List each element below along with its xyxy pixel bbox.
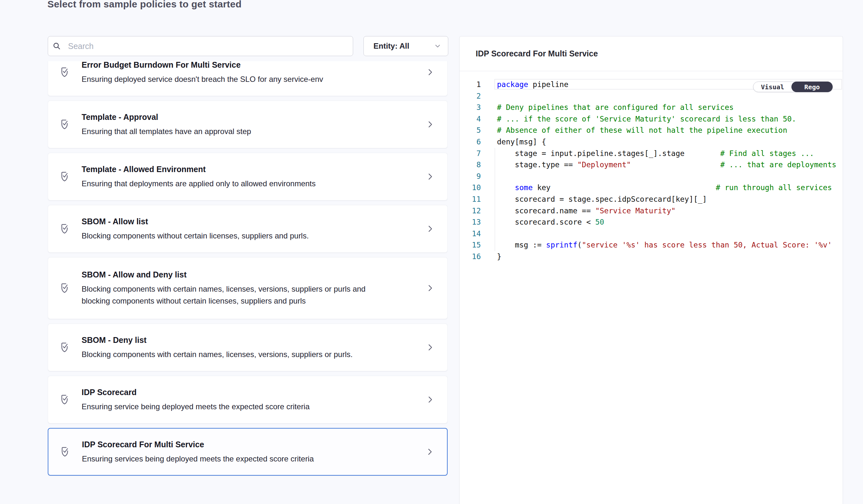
line-number: 11 xyxy=(460,194,481,205)
code-text: scorecard.name == "Service Maturity" xyxy=(481,205,676,217)
line-number: 3 xyxy=(460,102,481,114)
policy-title: SBOM - Allow and Deny list xyxy=(82,269,426,280)
entity-filter-label: Entity: All xyxy=(373,41,434,51)
code-line: 15 msg := sprintf("service '%s' has scor… xyxy=(460,240,843,251)
line-number: 8 xyxy=(460,159,481,171)
code-lines: 1package pipeline23# Deny pipelines that… xyxy=(460,79,843,263)
policy-card-text: SBOM - Allow list Blocking components wi… xyxy=(82,216,426,242)
code-text: scorecard = stage.spec.idpScorecard[key]… xyxy=(481,194,707,205)
policy-card-text: SBOM - Allow and Deny list Blocking comp… xyxy=(82,269,426,307)
code-text: stage = input.pipeline.stages[_].stage #… xyxy=(481,148,814,159)
code-line: 3# Deny pipelines that are configured fo… xyxy=(460,102,843,114)
shield-check-icon xyxy=(60,393,69,406)
code-text: msg := sprintf("service '%s' has score l… xyxy=(481,240,832,251)
policy-title: SBOM - Allow list xyxy=(82,216,426,227)
policy-card-text: IDP Scorecard For Multi Service Ensuring… xyxy=(82,439,426,465)
policy-card[interactable]: Error Budget Burndown For Multi Service … xyxy=(48,61,448,96)
policy-title: SBOM - Deny list xyxy=(82,335,426,345)
policy-title: IDP Scorecard xyxy=(82,387,426,397)
chevron-right-icon xyxy=(426,224,434,234)
code-line: 11 scorecard = stage.spec.idpScorecard[k… xyxy=(460,194,843,205)
code-line: 6deny[msg] { xyxy=(460,136,843,148)
shield-check-icon xyxy=(60,282,69,294)
policy-description: Blocking components with certain names, … xyxy=(82,283,375,307)
chevron-right-icon xyxy=(426,283,434,293)
policy-card[interactable]: SBOM - Allow list Blocking components wi… xyxy=(48,205,448,253)
code-line: 14 xyxy=(460,228,843,240)
policy-card[interactable]: IDP Scorecard Ensuring service being dep… xyxy=(48,376,448,424)
policy-card[interactable]: Template - Approval Ensuring that all te… xyxy=(48,101,448,148)
chevron-right-icon xyxy=(426,119,434,129)
shield-check-icon xyxy=(60,170,69,183)
policy-list[interactable]: Error Budget Burndown For Multi Service … xyxy=(48,61,448,504)
line-number: 15 xyxy=(460,240,481,251)
code-text: # Absence of either of these will not ha… xyxy=(481,125,787,136)
line-number: 12 xyxy=(460,205,481,217)
code-text: stage.type == "Deployment" # ... that ar… xyxy=(481,159,836,171)
page-title: Select from sample policies to get start… xyxy=(47,0,241,10)
policy-description: Ensuring deployed service doesn't breach… xyxy=(82,73,375,85)
policy-preview-panel: IDP Scorecard For Multi Service 1package… xyxy=(459,36,843,504)
line-number: 16 xyxy=(460,251,481,263)
policy-card[interactable]: Template - Allowed Environment Ensuring … xyxy=(48,153,448,201)
code-line: 10 some key # run through all services xyxy=(460,182,843,194)
line-number: 1 xyxy=(460,79,481,91)
policy-card[interactable]: SBOM - Deny list Blocking components wit… xyxy=(48,324,448,371)
policy-code-editor[interactable]: 1package pipeline23# Deny pipelines that… xyxy=(460,71,843,504)
code-line: 16} xyxy=(460,251,843,263)
chevron-right-icon xyxy=(426,395,434,404)
line-number: 9 xyxy=(460,171,481,182)
chevron-right-icon xyxy=(426,447,434,457)
policy-card[interactable]: SBOM - Allow and Deny list Blocking comp… xyxy=(48,257,448,319)
line-number: 13 xyxy=(460,217,481,228)
shield-check-icon xyxy=(60,66,69,78)
code-text: deny[msg] { xyxy=(481,136,546,148)
policy-description: Ensuring that all templates have an appr… xyxy=(82,125,375,137)
shield-check-icon xyxy=(60,223,69,235)
line-number: 6 xyxy=(460,136,481,148)
code-line: 4# ... if the score of 'Service Maturity… xyxy=(460,114,843,125)
code-line: 7 stage = input.pipeline.stages[_].stage… xyxy=(460,148,843,159)
code-text: } xyxy=(481,251,501,263)
chevron-down-icon xyxy=(434,42,441,50)
policy-card[interactable]: IDP Scorecard For Multi Service Ensuring… xyxy=(48,428,448,476)
search-input[interactable] xyxy=(68,41,353,51)
policy-title: Template - Approval xyxy=(82,112,426,122)
code-line: 8 stage.type == "Deployment" # ... that … xyxy=(460,159,843,171)
code-text xyxy=(481,228,497,240)
policy-description: Ensuring that deployments are applied on… xyxy=(82,178,375,190)
line-number: 2 xyxy=(460,91,481,102)
view-mode-toggle[interactable]: Visual Rego xyxy=(753,81,833,92)
toggle-visual-button[interactable]: Visual xyxy=(753,82,792,92)
shield-check-icon xyxy=(60,118,69,130)
line-number: 14 xyxy=(460,228,481,240)
search-box[interactable] xyxy=(48,36,353,56)
entity-filter-dropdown[interactable]: Entity: All xyxy=(363,36,448,56)
shield-check-icon xyxy=(60,446,70,458)
line-number: 4 xyxy=(460,114,481,125)
policy-title: Error Budget Burndown For Multi Service xyxy=(82,61,426,70)
line-number: 10 xyxy=(460,182,481,194)
line-number: 7 xyxy=(460,148,481,159)
policy-description: Ensuring service being deployed meets th… xyxy=(82,401,375,413)
policy-description: Ensuring services being deployed meets t… xyxy=(82,453,375,465)
toggle-rego-button[interactable]: Rego xyxy=(791,81,833,92)
code-text: some key # run through all services xyxy=(481,182,832,194)
policy-card-text: Template - Allowed Environment Ensuring … xyxy=(82,164,426,190)
code-text xyxy=(481,91,497,102)
chevron-right-icon xyxy=(426,172,434,181)
code-line: 12 scorecard.name == "Service Maturity" xyxy=(460,205,843,217)
code-text: # ... if the score of 'Service Maturity'… xyxy=(481,114,796,125)
policy-description: Blocking components without certain lice… xyxy=(82,230,375,242)
preview-header: IDP Scorecard For Multi Service xyxy=(460,36,843,71)
policy-card-text: SBOM - Deny list Blocking components wit… xyxy=(82,335,426,360)
code-line: 13 scorecard.score < 50 xyxy=(460,217,843,228)
policy-card-text: Template - Approval Ensuring that all te… xyxy=(82,112,426,137)
chevron-right-icon xyxy=(426,343,434,352)
chevron-right-icon xyxy=(426,67,434,77)
code-line: 5# Absence of either of these will not h… xyxy=(460,125,843,136)
search-icon xyxy=(52,42,61,50)
policy-card-text: IDP Scorecard Ensuring service being dep… xyxy=(82,387,426,413)
line-number: 5 xyxy=(460,125,481,136)
code-text: scorecard.score < 50 xyxy=(481,217,604,228)
